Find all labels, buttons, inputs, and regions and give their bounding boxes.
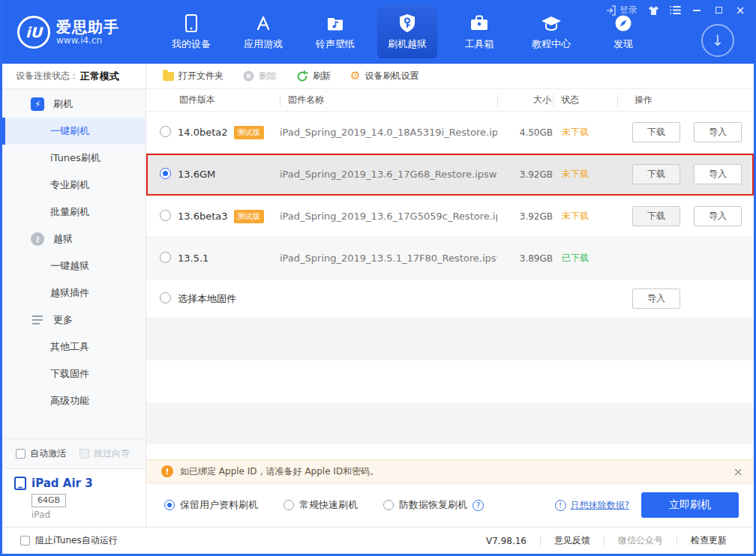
sidebar-item-other-tools[interactable]: 其他工具	[2, 333, 146, 360]
logo-monogram-icon: iU	[17, 16, 50, 49]
flash-now-button[interactable]: 立即刷机	[641, 492, 739, 518]
login-icon	[606, 5, 616, 16]
download-button[interactable]: 下载	[632, 206, 680, 226]
theme-icon[interactable]	[647, 4, 659, 16]
sidebar-item-itunes-flash[interactable]: iTunes刷机	[2, 145, 146, 172]
sidebar-item-batch-flash[interactable]: 批量刷机	[2, 199, 146, 226]
nav-label: 刷机越狱	[388, 37, 427, 51]
section-title: 刷机	[53, 97, 73, 111]
close-button[interactable]: ×	[734, 4, 746, 16]
firmware-name: iPad_Spring_2019_13.6_17G68_Restore.ipsw	[280, 169, 497, 180]
nav-label: 发现	[614, 37, 633, 51]
import-button[interactable]: 导入	[632, 288, 680, 309]
nav-tutorials[interactable]: 教程中心	[515, 5, 587, 59]
open-folder-button[interactable]: 打开文件夹	[163, 70, 224, 82]
checkbox-icon	[16, 449, 26, 459]
main-nav: 我的设备 应用游戏 铃声壁纸 刷机越狱	[155, 5, 659, 59]
login-button[interactable]: 登录	[606, 4, 638, 16]
quick-flash-radio[interactable]: 常规快速刷机	[284, 498, 358, 512]
nav-label: 工具箱	[465, 37, 494, 51]
notice-text: 如已绑定 Apple ID，请准备好 Apple ID和密码。	[180, 465, 379, 478]
feedback-link[interactable]: 意见反馈	[541, 534, 604, 547]
nav-label: 我的设备	[172, 37, 211, 51]
sidebar: 设备连接状态： 正常模式 ⚡ 刷机 一键刷机 iTunes刷机 专业刷机 批量刷…	[2, 64, 146, 527]
flash-settings-button[interactable]: ⚙ 设备刷机设置	[350, 70, 418, 82]
delete-label: 删除	[259, 70, 277, 82]
sidebar-item-advanced-features[interactable]: 高级功能	[2, 387, 146, 414]
graduation-cap-icon	[541, 13, 562, 33]
sidebar-item-pro-flash[interactable]: 专业刷机	[2, 172, 146, 199]
sidebar-section-flash[interactable]: ⚡ 刷机	[2, 91, 146, 118]
beta-badge: 测试版	[234, 126, 264, 139]
nav-label: 铃声壁纸	[316, 37, 355, 51]
nav-flash-jailbreak[interactable]: 刷机越狱	[377, 6, 437, 58]
firmware-status: 未下载	[553, 126, 617, 139]
notice-close-icon[interactable]: ×	[734, 465, 743, 479]
empty-rows-area	[146, 318, 754, 459]
firmware-radio[interactable]	[160, 168, 171, 179]
header-size: 大小	[497, 94, 553, 106]
firmware-status: 未下载	[553, 168, 617, 181]
download-center-button[interactable]: ↓	[701, 24, 734, 57]
import-button[interactable]: 导入	[694, 206, 742, 226]
nav-label: 教程中心	[532, 37, 571, 51]
nav-apps-games[interactable]: 应用游戏	[227, 5, 299, 59]
sidebar-section-jailbreak[interactable]: ⚷ 越狱	[2, 226, 146, 253]
delete-button[interactable]: 删除	[243, 70, 277, 82]
wechat-link[interactable]: 微信公众号	[604, 534, 676, 547]
refresh-icon	[296, 70, 308, 82]
import-button[interactable]: 导入	[694, 122, 742, 142]
table-header: 固件版本 固件名称 大小 状态 操作	[146, 89, 754, 112]
nav-toolbox[interactable]: 工具箱	[443, 5, 515, 59]
header-status: 状态	[553, 94, 617, 106]
firmware-radio[interactable]	[160, 210, 171, 221]
block-itunes-label: 阻止iTunes自动运行	[35, 534, 118, 547]
erase-data-link[interactable]: ! 只想抹除数据?	[555, 499, 629, 512]
local-firmware-row: 选择本地固件 导入	[146, 279, 754, 318]
more-icon	[31, 315, 44, 324]
nav-my-devices[interactable]: 我的设备	[155, 5, 227, 59]
firmware-version: 14.0beta2	[178, 127, 228, 138]
auto-activate-checkbox[interactable]: 自动激活	[16, 447, 66, 460]
firmware-name: iPad_Spring_2019_13.5.1_17F80_Restore.ip…	[280, 253, 497, 264]
firmware-row: 13.5.1 iPad_Spring_2019_13.5.1_17F80_Res…	[146, 238, 754, 279]
sidebar-item-one-click-jailbreak[interactable]: 一键越狱	[2, 253, 146, 279]
firmware-status: 未下载	[553, 210, 617, 223]
firmware-radio[interactable]	[160, 292, 171, 303]
check-update-link[interactable]: 检查更新	[677, 534, 740, 547]
firmware-radio[interactable]	[160, 252, 171, 263]
sidebar-item-label: 越狱插件	[50, 286, 89, 300]
sidebar-section-more[interactable]: 更多	[2, 306, 146, 333]
sidebar-item-download-firmware[interactable]: 下载固件	[2, 360, 146, 387]
sidebar-item-label: 一键越狱	[50, 259, 89, 273]
keep-data-label: 保留用户资料刷机	[180, 498, 258, 512]
block-itunes-checkbox[interactable]: 阻止iTunes自动运行	[20, 534, 118, 547]
open-folder-label: 打开文件夹	[178, 70, 224, 82]
firmware-size: 3.89GB	[497, 253, 553, 264]
firmware-version: 13.6GM	[178, 169, 215, 180]
minimize-button[interactable]	[691, 4, 703, 16]
login-label: 登录	[620, 4, 638, 16]
device-panel: iPad Air 3 64GB iPad	[2, 468, 146, 527]
menu-list-icon[interactable]	[669, 4, 681, 16]
help-icon[interactable]: ?	[472, 500, 484, 511]
app-version: V7.98.16	[472, 536, 540, 546]
keep-data-radio[interactable]: 保留用户资料刷机	[164, 498, 258, 512]
app-logo: iU 爱思助手 www.i4.cn	[2, 16, 146, 49]
anti-recovery-radio[interactable]: 防数据恢复刷机 ?	[383, 498, 484, 512]
connection-status-label: 设备连接状态：	[16, 70, 79, 82]
firmware-radio[interactable]	[160, 126, 171, 137]
download-button[interactable]: 下载	[632, 164, 680, 184]
maximize-button[interactable]	[712, 4, 724, 16]
nav-ringtone-wallpaper[interactable]: 铃声壁纸	[299, 5, 371, 59]
import-button[interactable]: 导入	[694, 164, 742, 184]
firmware-version: 13.6beta3	[178, 211, 228, 222]
quick-flash-label: 常规快速刷机	[299, 498, 358, 512]
sidebar-item-label: 其他工具	[50, 340, 89, 354]
tablet-icon	[14, 477, 26, 490]
skip-wizard-checkbox[interactable]: 跳过向导	[80, 447, 130, 460]
download-button[interactable]: 下载	[632, 122, 680, 142]
sidebar-item-jailbreak-plugins[interactable]: 越狱插件	[2, 279, 146, 306]
sidebar-item-one-click-flash[interactable]: 一键刷机	[2, 118, 146, 145]
refresh-button[interactable]: 刷新	[296, 70, 331, 82]
